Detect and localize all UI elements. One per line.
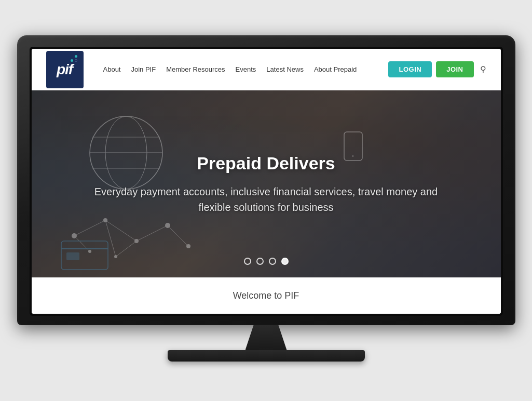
logo-dots [71,55,77,62]
nav-link-events[interactable]: Events [231,62,261,76]
login-button[interactable]: LOGIN [388,61,432,77]
nav-buttons: LOGIN JOIN ⚲ [388,61,486,77]
tv-inner-bezel: pif [30,47,503,316]
logo-box: pif [46,51,84,88]
hero-slide-indicators [244,258,289,265]
tv-stand-neck [245,325,287,350]
hero-section: Prepaid Delivers Everyday payment accoun… [32,90,501,277]
hero-title: Prepaid Delivers [90,153,443,173]
nav-link-join-pif[interactable]: Join PIF [127,62,160,76]
slide-dot-3[interactable] [269,258,276,265]
tv-stand-reflection [173,362,360,366]
nav-link-member-resources[interactable]: Member Resources [162,62,229,76]
tv-outer-bezel: pif [17,35,515,325]
logo-dot-teal2 [71,59,73,62]
logo-text: pif [57,61,73,78]
nav-link-latest-news[interactable]: Latest News [262,62,308,76]
join-button[interactable]: JOIN [436,61,473,77]
tv-screen: pif [32,49,501,314]
nav-links: About Join PIF Member Resources Events L… [99,62,389,76]
hero-content: Prepaid Delivers Everyday payment accoun… [59,153,474,215]
tv-stand-base [168,350,365,362]
slide-dot-4[interactable] [281,258,289,265]
welcome-bar: Welcome to PIF [32,277,501,314]
slide-dot-1[interactable] [244,258,251,265]
nav-link-about-prepaid[interactable]: About Prepaid [310,62,361,76]
logo-area: pif [46,51,84,88]
slide-dot-2[interactable] [256,258,264,265]
logo-dot-dark [75,59,77,62]
tv-wrapper: pif [17,35,515,366]
welcome-text: Welcome to PIF [44,290,488,301]
logo-dot-teal [75,55,77,58]
nav-link-about[interactable]: About [99,62,125,76]
navbar: pif [32,49,501,90]
hero-subtitle: Everyday payment accounts, inclusive fin… [90,184,443,215]
search-icon[interactable]: ⚲ [480,64,486,74]
